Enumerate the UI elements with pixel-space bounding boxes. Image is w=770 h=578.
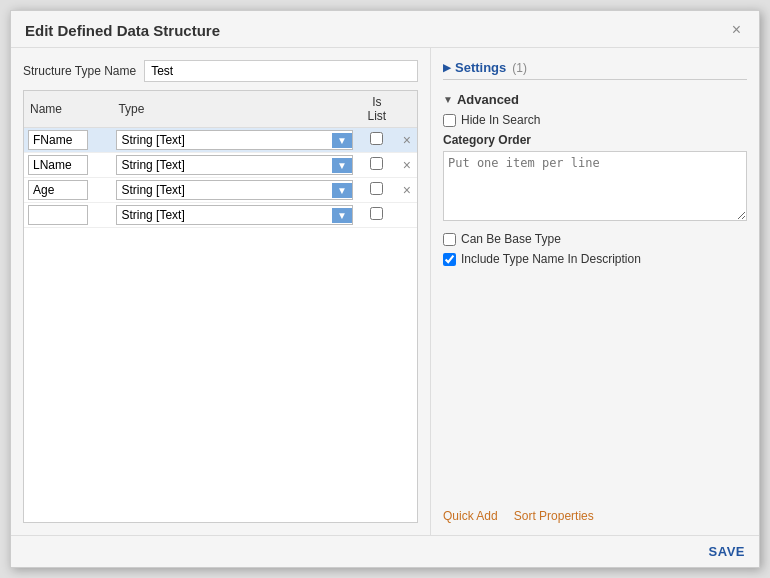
is-list-cell: [357, 203, 397, 228]
delete-row-button[interactable]: ×: [401, 157, 413, 173]
is-list-checkbox[interactable]: [370, 157, 383, 170]
type-input[interactable]: [117, 131, 331, 149]
advanced-label: Advanced: [457, 92, 519, 107]
table-row: ▼×: [24, 153, 417, 178]
can-be-base-type-label[interactable]: Can Be Base Type: [443, 232, 747, 246]
edit-dialog: Edit Defined Data Structure × Structure …: [10, 10, 760, 568]
category-order-label: Category Order: [443, 133, 747, 147]
type-input[interactable]: [117, 206, 331, 224]
structure-type-row: Structure Type Name: [23, 60, 418, 82]
advanced-arrow-icon: ▼: [443, 94, 453, 105]
name-cell: [24, 128, 112, 153]
col-header-is-list: Is List: [357, 91, 397, 128]
hide-in-search-text: Hide In Search: [461, 113, 540, 127]
fields-tbody: ▼×▼×▼×▼: [24, 128, 417, 228]
col-header-name: Name: [24, 91, 112, 128]
fields-table: Name Type Is List ▼×▼×▼×▼: [24, 91, 417, 228]
fields-table-container: Name Type Is List ▼×▼×▼×▼: [23, 90, 418, 523]
dialog-title: Edit Defined Data Structure: [25, 22, 220, 39]
advanced-header[interactable]: ▼ Advanced: [443, 92, 747, 107]
name-input[interactable]: [28, 205, 88, 225]
delete-row-button[interactable]: ×: [401, 132, 413, 148]
dialog-header: Edit Defined Data Structure ×: [11, 11, 759, 48]
save-button[interactable]: SAVE: [709, 544, 745, 559]
is-list-cell: [357, 153, 397, 178]
settings-section: ▶ Settings (1): [443, 60, 747, 86]
is-list-checkbox[interactable]: [370, 207, 383, 220]
table-row: ▼×: [24, 128, 417, 153]
name-cell: [24, 178, 112, 203]
settings-badge: (1): [512, 61, 527, 75]
table-row: ▼: [24, 203, 417, 228]
close-button[interactable]: ×: [728, 21, 745, 39]
name-input[interactable]: [28, 180, 88, 200]
hide-in-search-checkbox[interactable]: [443, 114, 456, 127]
delete-cell: [397, 203, 417, 228]
is-list-checkbox[interactable]: [370, 182, 383, 195]
right-panel: ▶ Settings (1) ▼ Advanced Hide In Search…: [431, 48, 759, 535]
hide-in-search-label[interactable]: Hide In Search: [443, 113, 747, 127]
settings-label: Settings: [455, 60, 506, 75]
col-header-actions: [397, 91, 417, 128]
is-list-checkbox[interactable]: [370, 132, 383, 145]
delete-row-button[interactable]: ×: [401, 182, 413, 198]
type-cell: ▼: [112, 153, 356, 178]
type-cell: ▼: [112, 128, 356, 153]
structure-type-name-input[interactable]: [144, 60, 418, 82]
dialog-body: Structure Type Name Name Type Is List ▼×…: [11, 48, 759, 535]
include-type-name-text: Include Type Name In Description: [461, 252, 641, 266]
type-input[interactable]: [117, 181, 331, 199]
type-input[interactable]: [117, 156, 331, 174]
settings-header: ▶ Settings (1): [443, 60, 747, 80]
settings-arrow-icon: ▶: [443, 62, 451, 73]
col-header-type: Type: [112, 91, 356, 128]
table-row: ▼×: [24, 178, 417, 203]
is-list-cell: [357, 128, 397, 153]
type-dropdown-button[interactable]: ▼: [332, 208, 352, 223]
can-be-base-type-text: Can Be Base Type: [461, 232, 561, 246]
table-header-row: Name Type Is List: [24, 91, 417, 128]
name-cell: [24, 153, 112, 178]
type-cell: ▼: [112, 178, 356, 203]
include-type-name-label[interactable]: Include Type Name In Description: [443, 252, 747, 266]
structure-type-label: Structure Type Name: [23, 64, 136, 78]
dialog-footer: SAVE: [11, 535, 759, 567]
delete-cell: ×: [397, 178, 417, 203]
type-dropdown-button[interactable]: ▼: [332, 158, 352, 173]
quick-add-button[interactable]: Quick Add: [443, 509, 498, 523]
left-panel: Structure Type Name Name Type Is List ▼×…: [11, 48, 431, 535]
bottom-links: Quick Add Sort Properties: [443, 501, 747, 523]
name-input[interactable]: [28, 130, 88, 150]
can-be-base-type-checkbox[interactable]: [443, 233, 456, 246]
category-order-textarea[interactable]: [443, 151, 747, 221]
name-cell: [24, 203, 112, 228]
is-list-cell: [357, 178, 397, 203]
name-input[interactable]: [28, 155, 88, 175]
type-cell: ▼: [112, 203, 356, 228]
delete-cell: ×: [397, 128, 417, 153]
delete-cell: ×: [397, 153, 417, 178]
sort-properties-button[interactable]: Sort Properties: [514, 509, 594, 523]
type-dropdown-button[interactable]: ▼: [332, 133, 352, 148]
type-dropdown-button[interactable]: ▼: [332, 183, 352, 198]
advanced-section: ▼ Advanced Hide In Search Category Order…: [443, 92, 747, 272]
include-type-name-checkbox[interactable]: [443, 253, 456, 266]
